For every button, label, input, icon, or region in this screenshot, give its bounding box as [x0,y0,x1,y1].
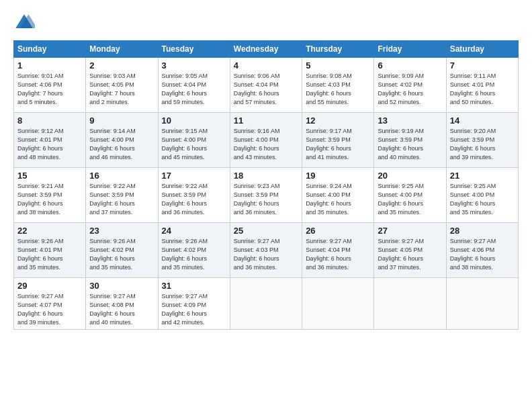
day-info: Sunrise: 9:27 AM Sunset: 4:04 PM Dayligh… [306,237,370,272]
day-info: Sunrise: 9:26 AM Sunset: 4:02 PM Dayligh… [89,237,154,272]
weekday-header-sunday: Sunday [14,41,86,58]
day-number: 29 [17,281,82,291]
day-info: Sunrise: 9:26 AM Sunset: 4:01 PM Dayligh… [17,237,82,272]
day-info: Sunrise: 9:27 AM Sunset: 4:05 PM Dayligh… [378,237,442,272]
calendar-table: SundayMondayTuesdayWednesdayThursdayFrid… [13,40,519,330]
day-info: Sunrise: 9:27 AM Sunset: 4:03 PM Dayligh… [234,237,298,272]
day-info: Sunrise: 9:03 AM Sunset: 4:05 PM Dayligh… [89,72,154,107]
day-number: 24 [162,226,226,236]
day-info: Sunrise: 9:21 AM Sunset: 3:59 PM Dayligh… [17,182,82,217]
week-row-4: 22Sunrise: 9:26 AM Sunset: 4:01 PM Dayli… [14,223,519,278]
day-info: Sunrise: 9:27 AM Sunset: 4:08 PM Dayligh… [89,292,154,327]
calendar-cell: 21Sunrise: 9:25 AM Sunset: 4:00 PM Dayli… [446,168,518,223]
calendar-cell: 9Sunrise: 9:14 AM Sunset: 4:00 PM Daylig… [86,113,158,168]
day-info: Sunrise: 9:22 AM Sunset: 3:59 PM Dayligh… [162,182,226,217]
header [13,12,519,34]
day-info: Sunrise: 9:17 AM Sunset: 3:59 PM Dayligh… [306,127,370,162]
calendar-cell: 7Sunrise: 9:11 AM Sunset: 4:01 PM Daylig… [446,58,518,113]
calendar-cell: 10Sunrise: 9:15 AM Sunset: 4:00 PM Dayli… [158,113,230,168]
calendar-cell: 24Sunrise: 9:26 AM Sunset: 4:02 PM Dayli… [158,223,230,278]
weekday-header-friday: Friday [374,41,446,58]
day-number: 13 [378,116,442,126]
calendar-cell: 20Sunrise: 9:25 AM Sunset: 4:00 PM Dayli… [374,168,446,223]
weekday-header-thursday: Thursday [302,41,374,58]
day-number: 30 [89,281,154,291]
day-number: 17 [162,171,226,181]
logo [13,12,38,34]
calendar-cell: 26Sunrise: 9:27 AM Sunset: 4:04 PM Dayli… [302,223,374,278]
calendar-cell: 11Sunrise: 9:16 AM Sunset: 4:00 PM Dayli… [230,113,302,168]
day-number: 18 [234,171,298,181]
calendar-cell [302,278,374,330]
calendar-cell: 4Sunrise: 9:06 AM Sunset: 4:04 PM Daylig… [230,58,302,113]
weekday-header-row: SundayMondayTuesdayWednesdayThursdayFrid… [14,41,519,58]
day-number: 6 [378,60,442,71]
day-number: 23 [89,226,154,236]
day-info: Sunrise: 9:22 AM Sunset: 3:59 PM Dayligh… [89,182,154,217]
day-info: Sunrise: 9:24 AM Sunset: 4:00 PM Dayligh… [306,182,370,217]
day-number: 9 [89,116,154,126]
day-info: Sunrise: 9:25 AM Sunset: 4:00 PM Dayligh… [378,182,442,217]
day-info: Sunrise: 9:20 AM Sunset: 3:59 PM Dayligh… [450,127,515,162]
calendar-cell: 16Sunrise: 9:22 AM Sunset: 3:59 PM Dayli… [86,168,158,223]
weekday-header-tuesday: Tuesday [158,41,230,58]
day-number: 3 [162,60,226,71]
day-number: 21 [450,171,515,181]
calendar-cell: 8Sunrise: 9:12 AM Sunset: 4:01 PM Daylig… [14,113,86,168]
day-number: 31 [162,281,226,291]
day-number: 8 [17,116,82,126]
day-info: Sunrise: 9:12 AM Sunset: 4:01 PM Dayligh… [17,127,82,162]
calendar-cell: 6Sunrise: 9:09 AM Sunset: 4:02 PM Daylig… [374,58,446,113]
day-info: Sunrise: 9:27 AM Sunset: 4:06 PM Dayligh… [450,237,515,272]
calendar-cell: 18Sunrise: 9:23 AM Sunset: 3:59 PM Dayli… [230,168,302,223]
day-info: Sunrise: 9:19 AM Sunset: 3:59 PM Dayligh… [378,127,442,162]
calendar-cell: 14Sunrise: 9:20 AM Sunset: 3:59 PM Dayli… [446,113,518,168]
calendar-cell: 23Sunrise: 9:26 AM Sunset: 4:02 PM Dayli… [86,223,158,278]
calendar-cell: 15Sunrise: 9:21 AM Sunset: 3:59 PM Dayli… [14,168,86,223]
calendar-cell: 3Sunrise: 9:05 AM Sunset: 4:04 PM Daylig… [158,58,230,113]
calendar-cell: 22Sunrise: 9:26 AM Sunset: 4:01 PM Dayli… [14,223,86,278]
day-number: 26 [306,226,370,236]
calendar-cell [374,278,446,330]
day-number: 5 [306,60,370,71]
day-info: Sunrise: 9:23 AM Sunset: 3:59 PM Dayligh… [234,182,298,217]
calendar-cell: 27Sunrise: 9:27 AM Sunset: 4:05 PM Dayli… [374,223,446,278]
day-number: 27 [378,226,442,236]
week-row-3: 15Sunrise: 9:21 AM Sunset: 3:59 PM Dayli… [14,168,519,223]
calendar-cell: 13Sunrise: 9:19 AM Sunset: 3:59 PM Dayli… [374,113,446,168]
day-info: Sunrise: 9:11 AM Sunset: 4:01 PM Dayligh… [450,72,515,107]
calendar-cell: 25Sunrise: 9:27 AM Sunset: 4:03 PM Dayli… [230,223,302,278]
week-row-5: 29Sunrise: 9:27 AM Sunset: 4:07 PM Dayli… [14,278,519,330]
day-number: 20 [378,171,442,181]
day-info: Sunrise: 9:14 AM Sunset: 4:00 PM Dayligh… [89,127,154,162]
calendar-cell: 2Sunrise: 9:03 AM Sunset: 4:05 PM Daylig… [86,58,158,113]
day-number: 10 [162,116,226,126]
day-number: 14 [450,116,515,126]
day-info: Sunrise: 9:06 AM Sunset: 4:04 PM Dayligh… [234,72,298,107]
day-number: 28 [450,226,515,236]
day-number: 19 [306,171,370,181]
calendar-cell: 5Sunrise: 9:08 AM Sunset: 4:03 PM Daylig… [302,58,374,113]
calendar-cell: 31Sunrise: 9:27 AM Sunset: 4:09 PM Dayli… [158,278,230,330]
weekday-header-saturday: Saturday [446,41,518,58]
calendar-cell: 1Sunrise: 9:01 AM Sunset: 4:06 PM Daylig… [14,58,86,113]
day-info: Sunrise: 9:27 AM Sunset: 4:09 PM Dayligh… [162,292,226,327]
page: SundayMondayTuesdayWednesdayThursdayFrid… [0,0,532,411]
day-number: 22 [17,226,82,236]
day-info: Sunrise: 9:25 AM Sunset: 4:00 PM Dayligh… [450,182,515,217]
day-info: Sunrise: 9:08 AM Sunset: 4:03 PM Dayligh… [306,72,370,107]
day-number: 1 [17,60,82,71]
calendar-cell [230,278,302,330]
calendar-cell [446,278,518,330]
day-number: 11 [234,116,298,126]
day-info: Sunrise: 9:09 AM Sunset: 4:02 PM Dayligh… [378,72,442,107]
calendar-cell: 19Sunrise: 9:24 AM Sunset: 4:00 PM Dayli… [302,168,374,223]
calendar-cell: 17Sunrise: 9:22 AM Sunset: 3:59 PM Dayli… [158,168,230,223]
day-info: Sunrise: 9:05 AM Sunset: 4:04 PM Dayligh… [162,72,226,107]
day-info: Sunrise: 9:16 AM Sunset: 4:00 PM Dayligh… [234,127,298,162]
calendar-cell: 12Sunrise: 9:17 AM Sunset: 3:59 PM Dayli… [302,113,374,168]
week-row-2: 8Sunrise: 9:12 AM Sunset: 4:01 PM Daylig… [14,113,519,168]
week-row-1: 1Sunrise: 9:01 AM Sunset: 4:06 PM Daylig… [14,58,519,113]
weekday-header-wednesday: Wednesday [230,41,302,58]
day-info: Sunrise: 9:15 AM Sunset: 4:00 PM Dayligh… [162,127,226,162]
